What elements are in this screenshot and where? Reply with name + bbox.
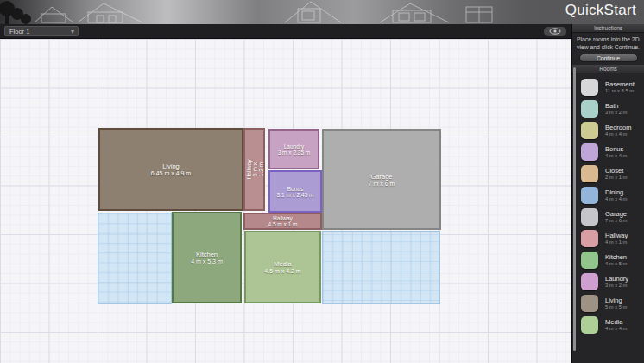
room-name: Media bbox=[274, 260, 291, 268]
room-swatch bbox=[581, 187, 598, 204]
room-name: Hallway bbox=[245, 160, 251, 180]
room-item-dims: 3 m x 2 m bbox=[605, 283, 627, 288]
plan-canvas-2d[interactable]: Living6.45 m x 4.9 m Hallway5 m x 1.2 m … bbox=[0, 39, 571, 363]
room-item-bonus[interactable]: Bonus4 m x 4 m bbox=[572, 142, 644, 163]
room-dims: 5 m x 1.2 m bbox=[251, 161, 263, 179]
room-item-kitchen[interactable]: Kitchen4 m x 5 m bbox=[572, 250, 644, 271]
room-item-dims: 5 m x 5 m bbox=[605, 304, 627, 309]
app-window: QuickStart Floor 1 ▾ Living6.45 m x 4.9 … bbox=[0, 0, 644, 363]
instructions-text: Place rooms into the 2D view and click C… bbox=[572, 33, 644, 53]
room-dims: 7 m x 6 m bbox=[369, 181, 395, 187]
room-swatch bbox=[581, 165, 598, 182]
instructions-header: Instructions bbox=[572, 24, 644, 33]
house-sketch-image bbox=[0, 0, 571, 24]
room-item-dims: 4 m x 5 m bbox=[605, 261, 627, 266]
room-dims: 4.5 m x 1 m bbox=[268, 221, 298, 227]
room-dims: 6.45 m x 4.9 m bbox=[151, 170, 191, 176]
room-item-name: Bonus bbox=[605, 145, 623, 153]
room-swatch bbox=[581, 230, 598, 247]
room-dims: 4.5 m x 4.2 m bbox=[264, 268, 300, 274]
room-swatch bbox=[581, 122, 598, 139]
room-item-dims: 11 m x 8.5 m bbox=[605, 88, 634, 93]
room-swatch bbox=[581, 208, 598, 226]
room-swatch bbox=[581, 252, 598, 269]
room-swatch bbox=[581, 79, 598, 96]
room-item-hallway[interactable]: Hallway4 m x 1 m bbox=[572, 228, 644, 250]
app-title: QuickStart bbox=[565, 2, 636, 19]
room-name: Living bbox=[162, 162, 180, 170]
room-name: Bonus bbox=[287, 186, 303, 192]
room-item-dims: 7 m x 6 m bbox=[605, 218, 627, 223]
plan-room-kitchen[interactable]: Kitchen4 m x 5.3 m bbox=[172, 212, 242, 303]
room-item-name: Dining bbox=[605, 188, 623, 196]
room-dims: 3.1 m x 2.45 m bbox=[277, 192, 314, 198]
room-item-media[interactable]: Media4 m x 4 m bbox=[572, 315, 644, 336]
room-item-dims: 4 m x 4 m bbox=[605, 153, 627, 158]
room-name: Kitchen bbox=[196, 251, 218, 258]
rooms-header: Rooms bbox=[572, 65, 644, 73]
room-item-bath[interactable]: Bath3 m x 2 m bbox=[572, 99, 644, 120]
eye-icon bbox=[549, 28, 561, 35]
room-name: Laundry bbox=[284, 143, 305, 150]
room-dims: 3 m x 2.35 m bbox=[278, 150, 311, 156]
room-item-laundry[interactable]: Laundry3 m x 2 m bbox=[572, 271, 644, 293]
room-name: Garage bbox=[370, 173, 392, 181]
room-item-basement[interactable]: Basement11 m x 8.5 m bbox=[572, 77, 644, 99]
room-item-name: Hallway bbox=[605, 232, 628, 239]
sidebar-scrollbar[interactable] bbox=[573, 67, 576, 351]
room-item-name: Bedroom bbox=[605, 124, 631, 131]
chevron-down-icon: ▾ bbox=[71, 27, 74, 36]
room-item-garage[interactable]: Garage7 m x 6 m bbox=[572, 207, 644, 228]
room-swatch bbox=[581, 100, 598, 118]
room-item-dims: 3 m x 2 m bbox=[605, 110, 627, 115]
room-item-dims: 4 m x 1 m bbox=[605, 239, 627, 245]
toolbar: Floor 1 ▾ bbox=[0, 24, 571, 39]
rooms-list: Basement11 m x 8.5 m Bath3 m x 2 m Bedro… bbox=[572, 73, 644, 336]
room-item-name: Living bbox=[605, 296, 622, 304]
room-item-name: Kitchen bbox=[605, 253, 627, 261]
room-item-closet[interactable]: Closet2 m x 1 m bbox=[572, 163, 644, 185]
room-item-dims: 2 m x 1 m bbox=[605, 175, 627, 180]
room-item-dims: 4 m x 4 m bbox=[605, 326, 627, 331]
room-item-name: Garage bbox=[605, 210, 627, 218]
room-swatch bbox=[581, 295, 598, 312]
sidebar: Instructions Place rooms into the 2D vie… bbox=[571, 24, 644, 363]
room-item-dims: 4 m x 4 m bbox=[605, 196, 627, 201]
visibility-button[interactable] bbox=[544, 27, 566, 36]
room-item-name: Bath bbox=[605, 102, 618, 110]
unassigned-area[interactable] bbox=[322, 231, 440, 304]
room-item-dims: 4 m x 4 m bbox=[605, 131, 627, 137]
room-item-name: Media bbox=[605, 318, 622, 326]
plan-room-laundry[interactable]: Laundry3 m x 2.35 m bbox=[268, 129, 319, 169]
plan-room-hallway-vertical[interactable]: Hallway5 m x 1.2 m bbox=[243, 128, 265, 211]
room-item-name: Laundry bbox=[605, 275, 628, 283]
continue-button[interactable]: Continue bbox=[579, 54, 638, 62]
room-item-dining[interactable]: Dining4 m x 4 m bbox=[572, 185, 644, 207]
plan-room-bonus[interactable]: Bonus3.1 m x 2.45 m bbox=[268, 170, 322, 213]
room-item-name: Basement bbox=[605, 80, 635, 88]
room-name: Hallway bbox=[273, 215, 293, 221]
unassigned-area[interactable] bbox=[98, 213, 172, 304]
room-swatch bbox=[581, 273, 598, 290]
room-item-bedroom[interactable]: Bedroom4 m x 4 m bbox=[572, 120, 644, 142]
floor-selector-label: Floor 1 bbox=[9, 28, 29, 35]
room-swatch bbox=[581, 316, 598, 334]
room-item-name: Closet bbox=[605, 167, 623, 175]
room-item-living[interactable]: Living5 m x 5 m bbox=[572, 293, 644, 315]
header-banner: QuickStart bbox=[0, 0, 644, 24]
room-dims: 4 m x 5.3 m bbox=[191, 258, 223, 264]
plan-room-media[interactable]: Media4.5 m x 4.2 m bbox=[244, 231, 321, 303]
room-swatch bbox=[581, 143, 598, 161]
plan-room-hallway-horizontal[interactable]: Hallway4.5 m x 1 m bbox=[243, 213, 322, 230]
plan-room-garage[interactable]: Garage7 m x 6 m bbox=[322, 129, 441, 230]
floor-selector-dropdown[interactable]: Floor 1 ▾ bbox=[4, 26, 79, 36]
